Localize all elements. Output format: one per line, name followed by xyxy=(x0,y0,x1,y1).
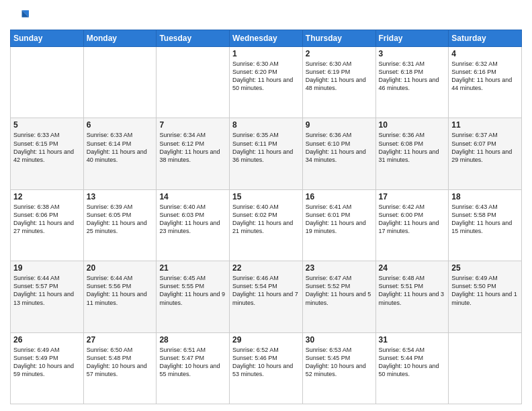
day-info: Sunrise: 6:37 AM Sunset: 6:07 PM Dayligh… xyxy=(451,131,519,164)
calendar-cell: 23Sunrise: 6:47 AM Sunset: 5:52 PM Dayli… xyxy=(302,261,375,332)
calendar-cell xyxy=(11,47,84,118)
day-number: 30 xyxy=(306,335,373,345)
day-number: 15 xyxy=(232,192,300,201)
day-info: Sunrise: 6:40 AM Sunset: 6:02 PM Dayligh… xyxy=(232,203,300,236)
day-number: 19 xyxy=(13,263,81,273)
weekday-header-tuesday: Tuesday xyxy=(157,30,230,47)
day-number: 28 xyxy=(159,335,226,345)
day-info: Sunrise: 6:40 AM Sunset: 6:03 PM Dayligh… xyxy=(159,203,226,236)
day-info: Sunrise: 6:34 AM Sunset: 6:12 PM Dayligh… xyxy=(159,131,226,164)
day-number: 21 xyxy=(159,263,226,273)
day-info: Sunrise: 6:36 AM Sunset: 6:10 PM Dayligh… xyxy=(306,131,373,164)
day-info: Sunrise: 6:46 AM Sunset: 5:54 PM Dayligh… xyxy=(232,274,300,307)
calendar-cell: 25Sunrise: 6:49 AM Sunset: 5:50 PM Dayli… xyxy=(449,261,522,332)
calendar-cell: 16Sunrise: 6:41 AM Sunset: 6:01 PM Dayli… xyxy=(302,189,375,261)
calendar-cell xyxy=(157,47,230,118)
calendar-week-row: 12Sunrise: 6:38 AM Sunset: 6:06 PM Dayli… xyxy=(11,189,522,261)
calendar-cell: 19Sunrise: 6:44 AM Sunset: 5:57 PM Dayli… xyxy=(11,261,84,332)
day-number: 3 xyxy=(379,49,446,58)
calendar-week-row: 5Sunrise: 6:33 AM Sunset: 6:15 PM Daylig… xyxy=(11,118,522,189)
day-number: 7 xyxy=(159,120,226,130)
day-number: 26 xyxy=(13,335,81,345)
calendar-cell: 2Sunrise: 6:30 AM Sunset: 6:19 PM Daylig… xyxy=(302,47,375,118)
calendar-cell: 1Sunrise: 6:30 AM Sunset: 6:20 PM Daylig… xyxy=(230,47,303,118)
day-number: 22 xyxy=(232,263,300,273)
calendar-cell: 21Sunrise: 6:45 AM Sunset: 5:55 PM Dayli… xyxy=(157,261,230,332)
header xyxy=(10,7,522,26)
calendar-cell: 30Sunrise: 6:53 AM Sunset: 5:45 PM Dayli… xyxy=(302,332,375,404)
day-info: Sunrise: 6:47 AM Sunset: 5:52 PM Dayligh… xyxy=(306,274,373,307)
weekday-header-monday: Monday xyxy=(83,30,157,47)
day-info: Sunrise: 6:31 AM Sunset: 6:18 PM Dayligh… xyxy=(379,60,446,93)
calendar-cell: 28Sunrise: 6:51 AM Sunset: 5:47 PM Dayli… xyxy=(157,332,230,404)
calendar-cell: 9Sunrise: 6:36 AM Sunset: 6:10 PM Daylig… xyxy=(302,118,375,189)
calendar-week-row: 19Sunrise: 6:44 AM Sunset: 5:57 PM Dayli… xyxy=(11,261,522,332)
day-info: Sunrise: 6:30 AM Sunset: 6:19 PM Dayligh… xyxy=(306,60,373,93)
day-number: 13 xyxy=(87,192,154,201)
weekday-header-row: SundayMondayTuesdayWednesdayThursdayFrid… xyxy=(11,30,522,47)
day-number: 11 xyxy=(451,120,519,130)
day-info: Sunrise: 6:49 AM Sunset: 5:49 PM Dayligh… xyxy=(13,346,81,379)
calendar-cell: 22Sunrise: 6:46 AM Sunset: 5:54 PM Dayli… xyxy=(230,261,303,332)
page: SundayMondayTuesdayWednesdayThursdayFrid… xyxy=(0,0,532,411)
calendar-cell: 20Sunrise: 6:44 AM Sunset: 5:56 PM Dayli… xyxy=(83,261,157,332)
calendar-cell: 17Sunrise: 6:42 AM Sunset: 6:00 PM Dayli… xyxy=(375,189,449,261)
calendar-cell: 27Sunrise: 6:50 AM Sunset: 5:48 PM Dayli… xyxy=(83,332,157,404)
calendar-cell: 14Sunrise: 6:40 AM Sunset: 6:03 PM Dayli… xyxy=(157,189,230,261)
weekday-header-wednesday: Wednesday xyxy=(230,30,303,47)
day-info: Sunrise: 6:36 AM Sunset: 6:08 PM Dayligh… xyxy=(379,131,446,164)
day-number: 31 xyxy=(379,335,446,345)
day-info: Sunrise: 6:39 AM Sunset: 6:05 PM Dayligh… xyxy=(87,203,154,236)
day-info: Sunrise: 6:44 AM Sunset: 5:57 PM Dayligh… xyxy=(13,274,81,307)
calendar-week-row: 1Sunrise: 6:30 AM Sunset: 6:20 PM Daylig… xyxy=(11,47,522,118)
calendar-cell xyxy=(449,332,522,404)
day-number: 27 xyxy=(87,335,154,345)
day-number: 8 xyxy=(232,120,300,130)
day-number: 5 xyxy=(13,120,81,130)
day-info: Sunrise: 6:42 AM Sunset: 6:00 PM Dayligh… xyxy=(379,203,446,236)
day-info: Sunrise: 6:49 AM Sunset: 5:50 PM Dayligh… xyxy=(451,274,519,307)
calendar-cell: 12Sunrise: 6:38 AM Sunset: 6:06 PM Dayli… xyxy=(11,189,84,261)
day-info: Sunrise: 6:44 AM Sunset: 5:56 PM Dayligh… xyxy=(87,274,154,307)
calendar-cell: 29Sunrise: 6:52 AM Sunset: 5:46 PM Dayli… xyxy=(230,332,303,404)
calendar-cell: 10Sunrise: 6:36 AM Sunset: 6:08 PM Dayli… xyxy=(375,118,449,189)
day-info: Sunrise: 6:33 AM Sunset: 6:15 PM Dayligh… xyxy=(13,131,81,164)
calendar-cell xyxy=(83,47,157,118)
day-number: 18 xyxy=(451,192,519,201)
day-number: 4 xyxy=(451,49,519,58)
day-info: Sunrise: 6:33 AM Sunset: 6:14 PM Dayligh… xyxy=(87,131,154,164)
day-info: Sunrise: 6:53 AM Sunset: 5:45 PM Dayligh… xyxy=(306,346,373,379)
day-number: 16 xyxy=(306,192,373,201)
day-info: Sunrise: 6:48 AM Sunset: 5:51 PM Dayligh… xyxy=(379,274,446,307)
weekday-header-friday: Friday xyxy=(375,30,449,47)
day-info: Sunrise: 6:30 AM Sunset: 6:20 PM Dayligh… xyxy=(232,60,300,93)
day-number: 20 xyxy=(87,263,154,273)
day-number: 29 xyxy=(232,335,300,345)
weekday-header-thursday: Thursday xyxy=(302,30,375,47)
day-number: 17 xyxy=(379,192,446,201)
day-number: 25 xyxy=(451,263,519,273)
day-info: Sunrise: 6:50 AM Sunset: 5:48 PM Dayligh… xyxy=(87,346,154,379)
day-number: 6 xyxy=(87,120,154,130)
day-number: 1 xyxy=(232,49,300,58)
day-info: Sunrise: 6:38 AM Sunset: 6:06 PM Dayligh… xyxy=(13,203,81,236)
calendar-week-row: 26Sunrise: 6:49 AM Sunset: 5:49 PM Dayli… xyxy=(11,332,522,404)
calendar-table: SundayMondayTuesdayWednesdayThursdayFrid… xyxy=(10,30,522,404)
calendar-cell: 26Sunrise: 6:49 AM Sunset: 5:49 PM Dayli… xyxy=(11,332,84,404)
calendar-cell: 8Sunrise: 6:35 AM Sunset: 6:11 PM Daylig… xyxy=(230,118,303,189)
day-number: 14 xyxy=(159,192,226,201)
weekday-header-saturday: Saturday xyxy=(449,30,522,47)
day-info: Sunrise: 6:41 AM Sunset: 6:01 PM Dayligh… xyxy=(306,203,373,236)
day-info: Sunrise: 6:52 AM Sunset: 5:46 PM Dayligh… xyxy=(232,346,300,379)
calendar-cell: 4Sunrise: 6:32 AM Sunset: 6:16 PM Daylig… xyxy=(449,47,522,118)
day-number: 24 xyxy=(379,263,446,273)
calendar-cell: 5Sunrise: 6:33 AM Sunset: 6:15 PM Daylig… xyxy=(11,118,84,189)
day-info: Sunrise: 6:35 AM Sunset: 6:11 PM Dayligh… xyxy=(232,131,300,164)
day-number: 10 xyxy=(379,120,446,130)
calendar-cell: 7Sunrise: 6:34 AM Sunset: 6:12 PM Daylig… xyxy=(157,118,230,189)
calendar-cell: 31Sunrise: 6:54 AM Sunset: 5:44 PM Dayli… xyxy=(375,332,449,404)
calendar-cell: 24Sunrise: 6:48 AM Sunset: 5:51 PM Dayli… xyxy=(375,261,449,332)
day-info: Sunrise: 6:43 AM Sunset: 5:58 PM Dayligh… xyxy=(451,203,519,236)
weekday-header-sunday: Sunday xyxy=(11,30,84,47)
day-number: 2 xyxy=(306,49,373,58)
